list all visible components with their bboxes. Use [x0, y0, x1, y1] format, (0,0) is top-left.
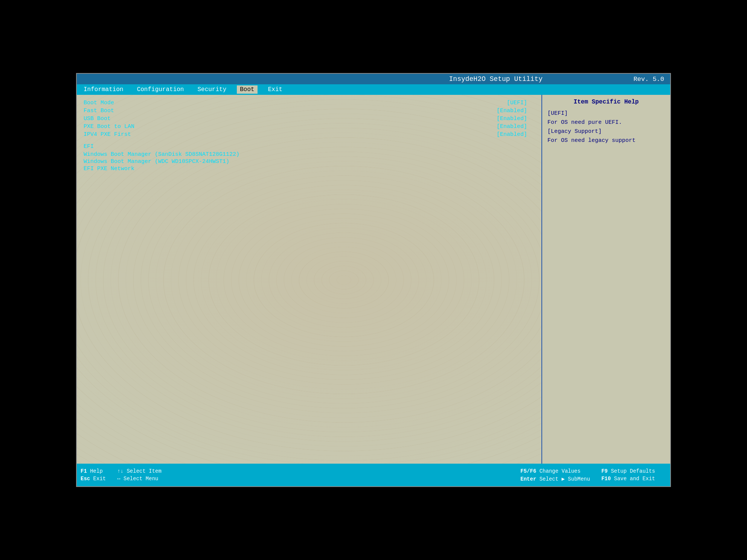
- pxe-boot-label: PXE Boot to LAN: [84, 123, 134, 130]
- status-enter: Enter Select ▶ SubMenu: [520, 476, 590, 482]
- help-panel-title: Item Specific Help: [547, 99, 665, 105]
- status-col-3: F5/F6 Change Values Enter Select ▶ SubMe…: [520, 468, 601, 482]
- ipv4-pxe-value: [Enabled]: [497, 131, 527, 138]
- help-panel: Item Specific Help [UEFI] For OS need pu…: [542, 95, 670, 464]
- status-bar: F1 Help Esc Exit ↑↓ Select Item ↔ Select…: [77, 464, 670, 486]
- status-col-1: F1 Help Esc Exit: [81, 468, 117, 482]
- status-esc: Esc Exit: [81, 476, 106, 482]
- boot-entry-2[interactable]: EFI PXE Network: [84, 166, 535, 172]
- fast-boot-label: Fast Boot: [84, 108, 114, 114]
- menu-security[interactable]: Security: [194, 85, 229, 94]
- menu-bar: Information Configuration Security Boot …: [77, 84, 670, 95]
- boot-entry-0[interactable]: Windows Boot Manager (SanDisk SD8SNAT128…: [84, 151, 535, 158]
- usb-boot-value: [Enabled]: [497, 116, 527, 122]
- status-col-4: F9 Setup Defaults F10 Save and Exit: [601, 468, 666, 482]
- status-col-2: ↑↓ Select Item ↔ Select Menu: [117, 468, 173, 482]
- help-line-0: [UEFI]: [547, 109, 665, 118]
- menu-configuration[interactable]: Configuration: [134, 85, 187, 94]
- status-f9: F9 Setup Defaults: [601, 468, 655, 474]
- setting-ipv4-pxe[interactable]: IPV4 PXE First [Enabled]: [84, 131, 535, 138]
- status-updown: ↑↓ Select Item: [117, 468, 162, 474]
- boot-mode-value: [UEFI]: [507, 100, 527, 106]
- menu-exit[interactable]: Exit: [265, 85, 285, 94]
- status-f5f6: F5/F6 Change Values: [520, 468, 590, 474]
- menu-boot[interactable]: Boot: [237, 85, 257, 94]
- usb-boot-label: USB Boot: [84, 116, 111, 122]
- bios-screen: InsydeH2O Setup Utility Rev. 5.0 Informa…: [76, 73, 671, 487]
- fast-boot-value: [Enabled]: [497, 108, 527, 114]
- help-line-3: For OS need legacy support: [547, 136, 665, 145]
- help-text: [UEFI] For OS need pure UEFI. [Legacy Su…: [547, 109, 665, 145]
- pxe-boot-value: [Enabled]: [497, 123, 527, 130]
- setting-boot-mode[interactable]: Boot Mode [UEFI]: [84, 99, 535, 107]
- efi-section-label: EFI: [84, 143, 535, 150]
- boot-mode-label: Boot Mode: [84, 100, 114, 106]
- menu-information[interactable]: Information: [81, 85, 127, 94]
- main-panel: Boot Mode [UEFI] Fast Boot [Enabled] USB…: [77, 95, 542, 464]
- bios-title: InsydeH2O Setup Utility: [358, 75, 633, 83]
- boot-entry-1[interactable]: Windows Boot Manager (WDC WD10SPCX-24HWS…: [84, 158, 535, 165]
- help-line-1: For OS need pure UEFI.: [547, 118, 665, 127]
- ipv4-pxe-label: IPV4 PXE First: [84, 131, 131, 138]
- setting-usb-boot[interactable]: USB Boot [Enabled]: [84, 115, 535, 122]
- revision: Rev. 5.0: [633, 76, 664, 83]
- setting-fast-boot[interactable]: Fast Boot [Enabled]: [84, 107, 535, 114]
- title-bar: InsydeH2O Setup Utility Rev. 5.0: [77, 74, 670, 84]
- content-area: Boot Mode [UEFI] Fast Boot [Enabled] USB…: [77, 95, 670, 464]
- status-f10: F10 Save and Exit: [601, 476, 655, 482]
- status-f1: F1 Help: [81, 468, 106, 474]
- status-leftright: ↔ Select Menu: [117, 476, 162, 482]
- setting-pxe-boot[interactable]: PXE Boot to LAN [Enabled]: [84, 123, 535, 130]
- help-line-2: [Legacy Support]: [547, 127, 665, 136]
